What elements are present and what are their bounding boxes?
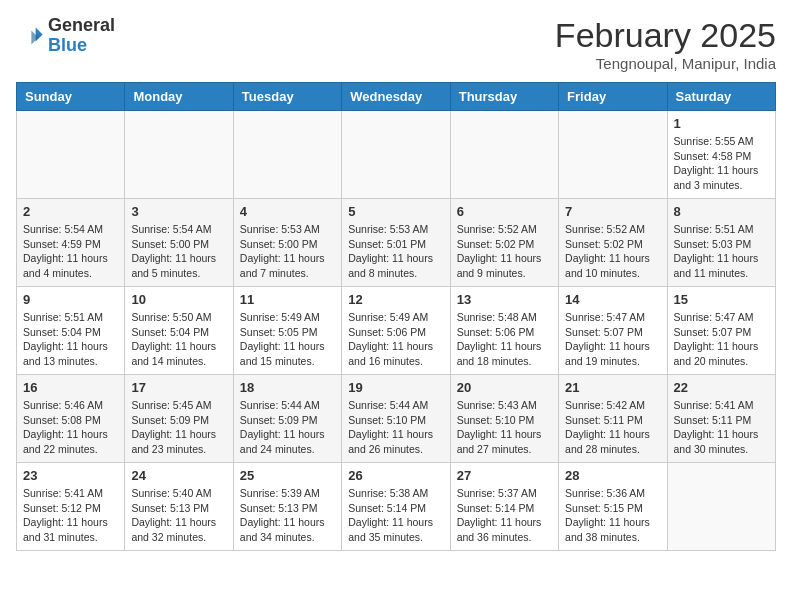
day-info: Sunrise: 5:42 AM Sunset: 5:11 PM Dayligh…: [565, 398, 660, 457]
calendar-cell: 6Sunrise: 5:52 AM Sunset: 5:02 PM Daylig…: [450, 199, 558, 287]
calendar-cell: 19Sunrise: 5:44 AM Sunset: 5:10 PM Dayli…: [342, 375, 450, 463]
day-number: 27: [457, 468, 552, 483]
calendar-cell: 5Sunrise: 5:53 AM Sunset: 5:01 PM Daylig…: [342, 199, 450, 287]
week-row-4: 16Sunrise: 5:46 AM Sunset: 5:08 PM Dayli…: [17, 375, 776, 463]
calendar-cell: 25Sunrise: 5:39 AM Sunset: 5:13 PM Dayli…: [233, 463, 341, 551]
calendar-cell: 22Sunrise: 5:41 AM Sunset: 5:11 PM Dayli…: [667, 375, 775, 463]
day-info: Sunrise: 5:55 AM Sunset: 4:58 PM Dayligh…: [674, 134, 769, 193]
calendar-cell: 23Sunrise: 5:41 AM Sunset: 5:12 PM Dayli…: [17, 463, 125, 551]
calendar-cell: 4Sunrise: 5:53 AM Sunset: 5:00 PM Daylig…: [233, 199, 341, 287]
calendar-cell: 11Sunrise: 5:49 AM Sunset: 5:05 PM Dayli…: [233, 287, 341, 375]
day-info: Sunrise: 5:53 AM Sunset: 5:00 PM Dayligh…: [240, 222, 335, 281]
day-header-monday: Monday: [125, 83, 233, 111]
logo: General Blue: [16, 16, 115, 56]
day-number: 17: [131, 380, 226, 395]
svg-marker-0: [36, 27, 43, 41]
day-number: 10: [131, 292, 226, 307]
day-info: Sunrise: 5:43 AM Sunset: 5:10 PM Dayligh…: [457, 398, 552, 457]
day-info: Sunrise: 5:37 AM Sunset: 5:14 PM Dayligh…: [457, 486, 552, 545]
calendar-cell: [342, 111, 450, 199]
day-info: Sunrise: 5:51 AM Sunset: 5:04 PM Dayligh…: [23, 310, 118, 369]
week-row-3: 9Sunrise: 5:51 AM Sunset: 5:04 PM Daylig…: [17, 287, 776, 375]
calendar-cell: 21Sunrise: 5:42 AM Sunset: 5:11 PM Dayli…: [559, 375, 667, 463]
calendar-cell: 7Sunrise: 5:52 AM Sunset: 5:02 PM Daylig…: [559, 199, 667, 287]
calendar-cell: 15Sunrise: 5:47 AM Sunset: 5:07 PM Dayli…: [667, 287, 775, 375]
day-number: 9: [23, 292, 118, 307]
calendar-header-row: SundayMondayTuesdayWednesdayThursdayFrid…: [17, 83, 776, 111]
day-number: 19: [348, 380, 443, 395]
day-info: Sunrise: 5:47 AM Sunset: 5:07 PM Dayligh…: [565, 310, 660, 369]
calendar-cell: [125, 111, 233, 199]
title-area: February 2025 Tengnoupal, Manipur, India: [555, 16, 776, 72]
day-info: Sunrise: 5:39 AM Sunset: 5:13 PM Dayligh…: [240, 486, 335, 545]
calendar-cell: 24Sunrise: 5:40 AM Sunset: 5:13 PM Dayli…: [125, 463, 233, 551]
day-info: Sunrise: 5:41 AM Sunset: 5:12 PM Dayligh…: [23, 486, 118, 545]
location-title: Tengnoupal, Manipur, India: [555, 55, 776, 72]
day-header-tuesday: Tuesday: [233, 83, 341, 111]
calendar-cell: 28Sunrise: 5:36 AM Sunset: 5:15 PM Dayli…: [559, 463, 667, 551]
day-info: Sunrise: 5:49 AM Sunset: 5:06 PM Dayligh…: [348, 310, 443, 369]
month-title: February 2025: [555, 16, 776, 55]
calendar-cell: 10Sunrise: 5:50 AM Sunset: 5:04 PM Dayli…: [125, 287, 233, 375]
day-info: Sunrise: 5:54 AM Sunset: 5:00 PM Dayligh…: [131, 222, 226, 281]
day-number: 8: [674, 204, 769, 219]
day-info: Sunrise: 5:41 AM Sunset: 5:11 PM Dayligh…: [674, 398, 769, 457]
day-info: Sunrise: 5:46 AM Sunset: 5:08 PM Dayligh…: [23, 398, 118, 457]
day-number: 1: [674, 116, 769, 131]
calendar-cell: [233, 111, 341, 199]
day-number: 18: [240, 380, 335, 395]
day-info: Sunrise: 5:38 AM Sunset: 5:14 PM Dayligh…: [348, 486, 443, 545]
logo-icon: [16, 22, 44, 50]
calendar-cell: 18Sunrise: 5:44 AM Sunset: 5:09 PM Dayli…: [233, 375, 341, 463]
day-number: 28: [565, 468, 660, 483]
day-number: 11: [240, 292, 335, 307]
header: General Blue February 2025 Tengnoupal, M…: [16, 16, 776, 72]
day-number: 21: [565, 380, 660, 395]
day-number: 7: [565, 204, 660, 219]
day-number: 16: [23, 380, 118, 395]
calendar-cell: 20Sunrise: 5:43 AM Sunset: 5:10 PM Dayli…: [450, 375, 558, 463]
day-number: 14: [565, 292, 660, 307]
calendar-cell: 1Sunrise: 5:55 AM Sunset: 4:58 PM Daylig…: [667, 111, 775, 199]
day-info: Sunrise: 5:36 AM Sunset: 5:15 PM Dayligh…: [565, 486, 660, 545]
logo-general-text: General: [48, 16, 115, 36]
calendar-cell: 16Sunrise: 5:46 AM Sunset: 5:08 PM Dayli…: [17, 375, 125, 463]
calendar-cell: 26Sunrise: 5:38 AM Sunset: 5:14 PM Dayli…: [342, 463, 450, 551]
day-number: 15: [674, 292, 769, 307]
calendar-cell: [667, 463, 775, 551]
day-info: Sunrise: 5:50 AM Sunset: 5:04 PM Dayligh…: [131, 310, 226, 369]
day-info: Sunrise: 5:44 AM Sunset: 5:10 PM Dayligh…: [348, 398, 443, 457]
day-number: 5: [348, 204, 443, 219]
day-info: Sunrise: 5:45 AM Sunset: 5:09 PM Dayligh…: [131, 398, 226, 457]
day-info: Sunrise: 5:44 AM Sunset: 5:09 PM Dayligh…: [240, 398, 335, 457]
day-number: 12: [348, 292, 443, 307]
calendar-cell: 14Sunrise: 5:47 AM Sunset: 5:07 PM Dayli…: [559, 287, 667, 375]
calendar-cell: 27Sunrise: 5:37 AM Sunset: 5:14 PM Dayli…: [450, 463, 558, 551]
day-number: 22: [674, 380, 769, 395]
day-number: 25: [240, 468, 335, 483]
day-header-sunday: Sunday: [17, 83, 125, 111]
week-row-5: 23Sunrise: 5:41 AM Sunset: 5:12 PM Dayli…: [17, 463, 776, 551]
calendar-cell: [450, 111, 558, 199]
day-number: 20: [457, 380, 552, 395]
calendar-cell: 3Sunrise: 5:54 AM Sunset: 5:00 PM Daylig…: [125, 199, 233, 287]
day-info: Sunrise: 5:53 AM Sunset: 5:01 PM Dayligh…: [348, 222, 443, 281]
calendar-cell: 17Sunrise: 5:45 AM Sunset: 5:09 PM Dayli…: [125, 375, 233, 463]
week-row-2: 2Sunrise: 5:54 AM Sunset: 4:59 PM Daylig…: [17, 199, 776, 287]
day-header-friday: Friday: [559, 83, 667, 111]
day-info: Sunrise: 5:52 AM Sunset: 5:02 PM Dayligh…: [457, 222, 552, 281]
calendar-cell: 8Sunrise: 5:51 AM Sunset: 5:03 PM Daylig…: [667, 199, 775, 287]
day-info: Sunrise: 5:47 AM Sunset: 5:07 PM Dayligh…: [674, 310, 769, 369]
day-info: Sunrise: 5:52 AM Sunset: 5:02 PM Dayligh…: [565, 222, 660, 281]
day-number: 26: [348, 468, 443, 483]
calendar-cell: 13Sunrise: 5:48 AM Sunset: 5:06 PM Dayli…: [450, 287, 558, 375]
logo-blue-text: Blue: [48, 36, 115, 56]
day-header-saturday: Saturday: [667, 83, 775, 111]
day-number: 4: [240, 204, 335, 219]
calendar-cell: 12Sunrise: 5:49 AM Sunset: 5:06 PM Dayli…: [342, 287, 450, 375]
day-info: Sunrise: 5:54 AM Sunset: 4:59 PM Dayligh…: [23, 222, 118, 281]
day-info: Sunrise: 5:51 AM Sunset: 5:03 PM Dayligh…: [674, 222, 769, 281]
calendar-cell: 2Sunrise: 5:54 AM Sunset: 4:59 PM Daylig…: [17, 199, 125, 287]
day-info: Sunrise: 5:49 AM Sunset: 5:05 PM Dayligh…: [240, 310, 335, 369]
day-info: Sunrise: 5:48 AM Sunset: 5:06 PM Dayligh…: [457, 310, 552, 369]
